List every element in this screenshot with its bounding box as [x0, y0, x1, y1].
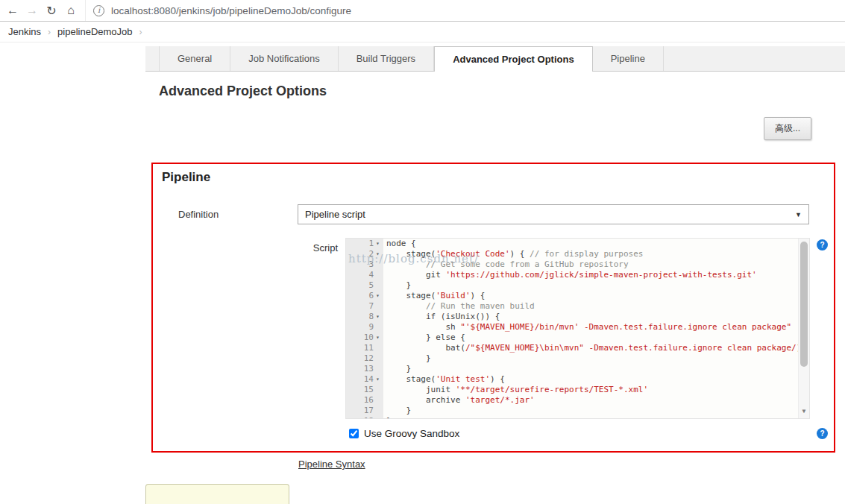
forward-icon[interactable]: →	[22, 4, 42, 17]
code-line[interactable]: }	[386, 353, 798, 364]
breadcrumb-item[interactable]: Jenkins	[8, 26, 41, 37]
gutter-line-number: 16	[346, 395, 383, 406]
main-content: Advanced Project Options 高级... Pipeline …	[145, 72, 845, 504]
tab-strip-row: GeneralJob NotificationsBuild TriggersAd…	[0, 46, 845, 72]
refresh-icon[interactable]: ↻	[42, 4, 61, 18]
pipeline-section-title: Pipeline	[162, 170, 834, 185]
fold-arrow-icon[interactable]: ▾	[374, 239, 382, 249]
home-icon[interactable]: ⌂	[61, 4, 81, 17]
advanced-button[interactable]: 高级...	[764, 117, 811, 140]
code-line[interactable]: stage('Checkout Code') { // for display …	[386, 249, 798, 259]
code-line[interactable]: junit '**/target/surefire-reports/TEST-*…	[386, 385, 798, 395]
back-icon[interactable]: ←	[3, 4, 22, 17]
script-editor[interactable]: 1▾2▾3456▾78▾910▾11121314▾15161718 node {…	[345, 238, 810, 419]
gutter-line-number: 14▾	[346, 374, 383, 385]
tab-general[interactable]: General	[159, 46, 230, 71]
select-caret-down-icon: ▼	[795, 211, 802, 218]
breadcrumb-separator-icon: ›	[48, 27, 51, 37]
gutter-line-number: 3	[346, 259, 383, 270]
code-line[interactable]: // Get some code from a GitHub repositor…	[386, 259, 798, 270]
code-line[interactable]: }	[386, 416, 798, 418]
gutter-line-number: 18	[346, 416, 383, 419]
code-line[interactable]: if (isUnix()) {	[386, 312, 798, 322]
gutter-line-number: 11	[346, 343, 383, 353]
sidebar-spacer	[0, 46, 145, 72]
code-line[interactable]: node {	[386, 239, 798, 249]
pipeline-syntax-link[interactable]: Pipeline Syntax	[298, 459, 365, 470]
code-line[interactable]: sh "'${MAVEN_HOME}/bin/mvn' -Dmaven.test…	[386, 322, 798, 333]
gutter-line-number: 6▾	[346, 291, 383, 301]
gutter-line-number: 2▾	[346, 249, 383, 259]
definition-row: Definition Pipeline script ▼	[178, 204, 809, 224]
script-editor-wrap: 1▾2▾3456▾78▾910▾11121314▾15161718 node {…	[345, 238, 810, 419]
fold-arrow-icon[interactable]: ▾	[374, 333, 382, 343]
gutter-line-number: 10▾	[346, 333, 383, 343]
code-line[interactable]: stage('Unit test') {	[386, 374, 798, 385]
pipeline-section: Pipeline Definition Pipeline script ▼ Sc…	[151, 163, 835, 453]
gutter-line-number: 12	[346, 353, 383, 364]
gutter-line-number: 8▾	[346, 312, 383, 322]
breadcrumb-separator-icon: ›	[139, 27, 142, 37]
code-line[interactable]: }	[386, 406, 798, 416]
advanced-button-row: 高级...	[151, 117, 811, 140]
gutter-line-number: 9	[346, 322, 383, 333]
groovy-sandbox-checkbox[interactable]	[349, 429, 359, 438]
editor-scrollbar[interactable]: ▼	[798, 239, 809, 418]
tab-bar: GeneralJob NotificationsBuild TriggersAd…	[145, 46, 845, 72]
code-line[interactable]: }	[386, 364, 798, 374]
breadcrumb: Jenkins›pipelineDemoJob›	[0, 22, 845, 42]
sandbox-help-icon[interactable]: ?	[817, 428, 828, 439]
scrollbar-thumb[interactable]	[800, 242, 808, 367]
code-line[interactable]: archive 'target/*.jar'	[386, 395, 798, 406]
script-label: Script	[178, 238, 345, 419]
definition-select-value: Pipeline script	[305, 209, 365, 220]
code-line[interactable]: bat(/"${MAVEN_HOME}\bin\mvn" -Dmaven.tes…	[386, 343, 798, 353]
tab-build-triggers[interactable]: Build Triggers	[339, 46, 434, 71]
definition-label: Definition	[178, 209, 298, 220]
code-line[interactable]: stage('Build') {	[386, 291, 798, 301]
gutter-line-number: 7	[346, 301, 383, 312]
script-row: Script 1▾2▾3456▾78▾910▾11121314▾15161718…	[178, 238, 828, 419]
script-help-icon[interactable]: ?	[817, 239, 828, 251]
tab-pipeline[interactable]: Pipeline	[593, 46, 664, 71]
gutter-line-number: 15	[346, 385, 383, 395]
tab-advanced-project-options[interactable]: Advanced Project Options	[434, 46, 593, 72]
editor-code[interactable]: node { stage('Checkout Code') { // for d…	[383, 239, 798, 418]
scrollbar-down-icon[interactable]: ▼	[799, 406, 809, 417]
fold-arrow-icon[interactable]: ▾	[374, 374, 382, 385]
code-line[interactable]: // Run the maven build	[386, 301, 798, 312]
fold-arrow-icon[interactable]: ▾	[374, 291, 382, 301]
code-line[interactable]: }	[386, 280, 798, 291]
tab-job-notifications[interactable]: Job Notifications	[230, 46, 338, 71]
gutter-line-number: 5	[346, 280, 383, 291]
bottom-button-panel: 保存 Apply	[145, 484, 289, 504]
groovy-sandbox-label: Use Groovy Sandbox	[364, 428, 459, 439]
fold-arrow-icon[interactable]: ▾	[374, 312, 382, 322]
address-bar[interactable]: i localhost:8080/jenkins/job/pipelineDem…	[85, 0, 845, 21]
url-text: localhost:8080/jenkins/job/pipelineDemoJ…	[111, 5, 351, 16]
editor-gutter: 1▾2▾3456▾78▾910▾11121314▾15161718	[346, 239, 383, 418]
page-title: Advanced Project Options	[159, 84, 845, 99]
sandbox-row: Use Groovy Sandbox ?	[349, 428, 828, 439]
code-line[interactable]: git 'https://github.com/jglick/simple-ma…	[386, 270, 798, 280]
browser-toolbar: ← → ↻ ⌂ i localhost:8080/jenkins/job/pip…	[0, 0, 845, 22]
breadcrumb-item[interactable]: pipelineDemoJob	[57, 26, 132, 37]
code-line[interactable]: } else {	[386, 333, 798, 343]
gutter-line-number: 4	[346, 270, 383, 280]
gutter-line-number: 13	[346, 364, 383, 374]
definition-select[interactable]: Pipeline script ▼	[298, 204, 809, 224]
page-info-icon[interactable]: i	[93, 5, 104, 16]
gutter-line-number: 1▾	[346, 239, 383, 249]
gutter-line-number: 17	[346, 406, 383, 416]
fold-arrow-icon[interactable]: ▾	[374, 249, 382, 259]
